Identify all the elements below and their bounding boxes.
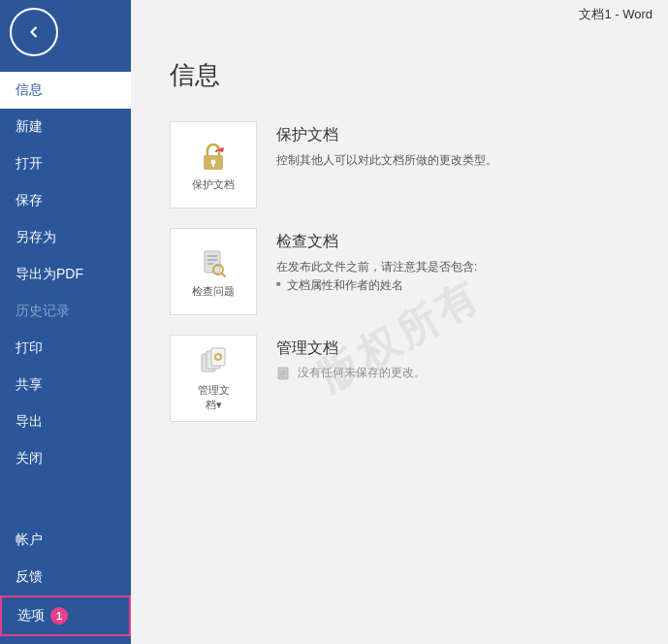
inspect-icon-label: 检查问题 — [192, 284, 235, 299]
sidebar-item-close[interactable]: 关闭 — [0, 440, 131, 477]
inspect-sub-item: 文档属性和作者的姓名 — [276, 276, 629, 295]
document-small-icon — [276, 367, 290, 380]
protect-desc: 控制其他人可以对此文档所做的更改类型。 — [276, 151, 629, 170]
inspect-title: 检查文档 — [276, 232, 629, 252]
sidebar-item-export-pdf[interactable]: 导出为PDF — [0, 256, 131, 293]
page-title: 信息 — [170, 58, 629, 92]
back-button[interactable] — [10, 8, 58, 56]
sidebar-item-print[interactable]: 打印 — [0, 330, 131, 367]
svg-point-1 — [211, 159, 216, 164]
nav-items: 信息 新建 打开 保存 另存为 导出为PDF 历史记录 打印 共享 导出 关闭 … — [0, 72, 131, 644]
manage-icon-box[interactable]: 管理文 档▾ — [170, 335, 257, 422]
main-content: 信息 保护文档 保护文档 控制其他人可以对此文档所做的更改类型。 — [131, 29, 668, 644]
manage-content: 管理文档 没有任何未保存的更改。 — [276, 335, 629, 381]
inspect-card: 检查问题 检查文档 在发布此文件之前，请注意其是否包含: 文档属性和作者的姓名 — [170, 228, 629, 315]
protect-title: 保护文档 — [276, 125, 629, 145]
manage-no-save: 没有任何未保存的更改。 — [276, 365, 629, 381]
svg-point-3 — [220, 147, 224, 151]
options-badge: 1 — [50, 607, 68, 625]
manage-title: 管理文档 — [276, 338, 629, 359]
sidebar-item-export[interactable]: 导出 — [0, 403, 131, 440]
svg-line-9 — [222, 274, 225, 276]
protect-content: 保护文档 控制其他人可以对此文档所做的更改类型。 — [276, 121, 629, 170]
sidebar-item-new[interactable]: 新建 — [0, 109, 131, 145]
manage-icon-label: 管理文 档▾ — [198, 383, 230, 412]
sidebar-item-save[interactable]: 保存 — [0, 182, 131, 219]
sidebar-item-history: 历史记录 — [0, 293, 131, 330]
title-bar-text: 文档1 - Word — [579, 6, 652, 23]
sidebar-item-saveas[interactable]: 另存为 — [0, 219, 131, 256]
sidebar: 信息 新建 打开 保存 另存为 导出为PDF 历史记录 打印 共享 导出 关闭 … — [0, 0, 131, 644]
protect-card: 保护文档 保护文档 控制其他人可以对此文档所做的更改类型。 — [170, 121, 629, 209]
sidebar-item-info[interactable]: 信息 — [0, 72, 131, 109]
sidebar-item-account[interactable]: 帐户 — [0, 522, 131, 559]
nav-bottom: 帐户 反馈 选项 1 — [0, 522, 131, 644]
sidebar-item-share[interactable]: 共享 — [0, 367, 131, 403]
svg-rect-4 — [205, 251, 220, 273]
inspect-content: 检查文档 在发布此文件之前，请注意其是否包含: 文档属性和作者的姓名 — [276, 228, 629, 295]
inspect-icon-box[interactable]: 检查问题 — [170, 228, 257, 315]
inspect-desc: 在发布此文件之前，请注意其是否包含: 文档属性和作者的姓名 — [276, 258, 629, 295]
protect-icon-box[interactable]: 保护文档 — [170, 121, 257, 209]
sidebar-item-options[interactable]: 选项 1 — [0, 596, 131, 636]
sidebar-item-open[interactable]: 打开 — [0, 145, 131, 182]
protect-icon-label: 保护文档 — [192, 177, 235, 192]
sidebar-item-feedback[interactable]: 反馈 — [0, 559, 131, 596]
manage-card: 管理文 档▾ 管理文档 没有任何未保存的更改。 — [170, 335, 629, 422]
svg-rect-16 — [278, 368, 288, 379]
